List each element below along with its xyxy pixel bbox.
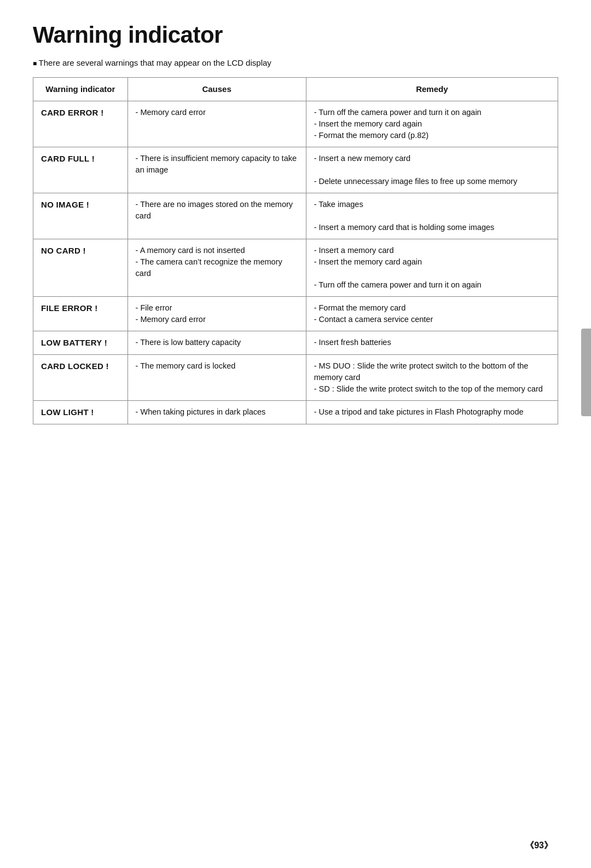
causes-cell: - When taking pictures in dark places bbox=[128, 400, 306, 424]
header-warning: Warning indicator bbox=[33, 78, 128, 101]
table-row: CARD LOCKED !- The memory card is locked… bbox=[33, 354, 558, 400]
causes-cell: - Memory card error bbox=[128, 101, 306, 147]
causes-cell: - There is low battery capacity bbox=[128, 331, 306, 354]
causes-cell: - A memory card is not inserted - The ca… bbox=[128, 239, 306, 296]
table-row: NO IMAGE !- There are no images stored o… bbox=[33, 193, 558, 239]
remedy-cell: - Insert fresh batteries bbox=[306, 331, 558, 354]
warning-cell: NO CARD ! bbox=[33, 239, 128, 296]
page-title: Warning indicator bbox=[33, 22, 558, 48]
warning-label: NO IMAGE ! bbox=[41, 200, 89, 209]
warning-cell: NO IMAGE ! bbox=[33, 193, 128, 239]
warning-cell: CARD ERROR ! bbox=[33, 101, 128, 147]
warning-cell: LOW BATTERY ! bbox=[33, 331, 128, 354]
warning-label: LOW LIGHT ! bbox=[41, 407, 94, 417]
remedy-cell: - Use a tripod and take pictures in Flas… bbox=[306, 400, 558, 424]
table-row: CARD FULL !- There is insufficient memor… bbox=[33, 147, 558, 193]
remedy-cell: - MS DUO : Slide the write protect switc… bbox=[306, 354, 558, 400]
causes-cell: - There are no images stored on the memo… bbox=[128, 193, 306, 239]
causes-cell: - There is insufficient memory capacity … bbox=[128, 147, 306, 193]
remedy-cell: - Turn off the camera power and turn it … bbox=[306, 101, 558, 147]
remedy-cell: - Take images - Insert a memory card tha… bbox=[306, 193, 558, 239]
header-remedy: Remedy bbox=[306, 78, 558, 101]
causes-cell: - File error - Memory card error bbox=[128, 296, 306, 331]
remedy-cell: - Format the memory card - Contact a cam… bbox=[306, 296, 558, 331]
warning-label: FILE ERROR ! bbox=[41, 303, 98, 313]
causes-cell: - The memory card is locked bbox=[128, 354, 306, 400]
table-row: LOW BATTERY !- There is low battery capa… bbox=[33, 331, 558, 354]
table-row: FILE ERROR !- File error - Memory card e… bbox=[33, 296, 558, 331]
scrollbar[interactable] bbox=[581, 329, 591, 416]
warning-cell: CARD FULL ! bbox=[33, 147, 128, 193]
warning-table: Warning indicator Causes Remedy CARD ERR… bbox=[33, 77, 558, 424]
header-causes: Causes bbox=[128, 78, 306, 101]
warning-cell: CARD LOCKED ! bbox=[33, 354, 128, 400]
warning-cell: LOW LIGHT ! bbox=[33, 400, 128, 424]
remedy-cell: - Insert a new memory card - Delete unne… bbox=[306, 147, 558, 193]
warning-cell: FILE ERROR ! bbox=[33, 296, 128, 331]
warning-label: CARD ERROR ! bbox=[41, 108, 103, 117]
warning-label: LOW BATTERY ! bbox=[41, 338, 107, 347]
table-row: NO CARD !- A memory card is not inserted… bbox=[33, 239, 558, 296]
page-number: 《93》 bbox=[525, 840, 553, 852]
intro-text: There are several warnings that may appe… bbox=[33, 58, 558, 67]
remedy-cell: - Insert a memory card - Insert the memo… bbox=[306, 239, 558, 296]
table-row: CARD ERROR !- Memory card error- Turn of… bbox=[33, 101, 558, 147]
warning-label: CARD LOCKED ! bbox=[41, 361, 109, 371]
warning-label: NO CARD ! bbox=[41, 246, 86, 255]
warning-label: CARD FULL ! bbox=[41, 154, 95, 163]
table-row: LOW LIGHT !- When taking pictures in dar… bbox=[33, 400, 558, 424]
